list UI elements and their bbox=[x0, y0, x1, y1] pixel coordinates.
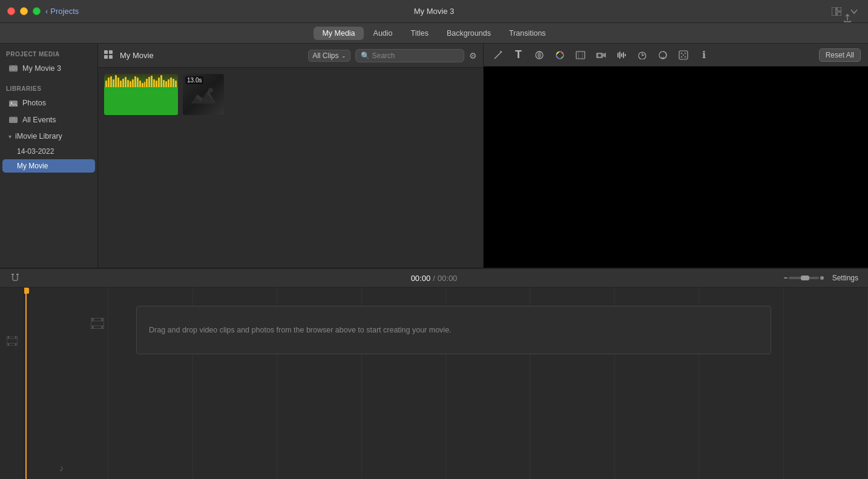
svg-rect-64 bbox=[92, 318, 94, 321]
section-libraries: LIBRARIES bbox=[0, 81, 97, 94]
zoom-thumb bbox=[801, 276, 809, 280]
clip-2[interactable]: 13.0s bbox=[183, 74, 224, 115]
svg-rect-65 bbox=[102, 318, 104, 321]
close-button[interactable] bbox=[7, 7, 15, 15]
clip-2-duration: 13.0s bbox=[185, 76, 203, 84]
music-note-icon: ♪ bbox=[59, 463, 64, 473]
titlebar-right-icons bbox=[832, 7, 858, 16]
clip-filter-label: All Clips bbox=[312, 51, 338, 60]
audio-tool-icon[interactable] bbox=[614, 48, 629, 62]
browser-header: My Movie All Clips ⌄ 🔍 ⚙ bbox=[98, 44, 483, 68]
tab-audio[interactable]: Audio bbox=[365, 27, 401, 40]
layout-toggle-icon[interactable] bbox=[832, 7, 841, 16]
info-icon[interactable]: ℹ bbox=[697, 48, 711, 62]
tab-transitions[interactable]: Transitions bbox=[501, 27, 554, 40]
svg-rect-11 bbox=[10, 116, 12, 118]
share-icon[interactable] bbox=[843, 14, 852, 24]
clip-1[interactable] bbox=[104, 74, 178, 115]
zoom-controls-area: Settings bbox=[784, 274, 861, 282]
minimize-button[interactable] bbox=[20, 7, 28, 15]
svg-rect-7 bbox=[15, 70, 16, 72]
svg-rect-58 bbox=[15, 336, 16, 339]
sidebar-imovie-library-header[interactable]: ▾ iMovie Library bbox=[2, 129, 95, 144]
sidebar-item-date[interactable]: 14-03-2022 bbox=[2, 145, 95, 158]
playhead[interactable] bbox=[25, 288, 27, 479]
clip-filter-dropdown[interactable]: All Clips ⌄ bbox=[308, 50, 350, 62]
camera-tool-icon[interactable] bbox=[594, 48, 608, 62]
svg-rect-6 bbox=[10, 70, 12, 72]
sidebar-all-events-label: All Events bbox=[22, 116, 56, 124]
drop-zone[interactable]: Drag and drop video clips and photos fro… bbox=[136, 306, 771, 354]
filmstrip-icon bbox=[91, 318, 104, 332]
timeline-left-rail bbox=[0, 288, 24, 479]
sidebar-item-my-movie-3[interactable]: My Movie 3 bbox=[2, 61, 95, 76]
time-separator: / bbox=[433, 274, 435, 283]
filter-chevron-icon: ⌄ bbox=[341, 53, 346, 59]
grid-toggle-icon[interactable] bbox=[104, 50, 113, 61]
svg-rect-0 bbox=[832, 7, 836, 16]
toolbar-row: T bbox=[484, 44, 869, 67]
back-button[interactable]: ‹ bbox=[45, 7, 48, 16]
reset-all-button[interactable]: Reset All bbox=[819, 48, 861, 62]
crop-tool-icon[interactable] bbox=[573, 48, 588, 62]
svg-rect-57 bbox=[8, 336, 9, 339]
svg-point-43 bbox=[680, 56, 682, 58]
svg-rect-35 bbox=[621, 53, 622, 57]
svg-rect-5 bbox=[15, 65, 16, 67]
svg-point-45 bbox=[683, 55, 684, 56]
noise-reduction-icon[interactable] bbox=[676, 48, 691, 62]
settings-button[interactable]: Settings bbox=[830, 274, 861, 282]
maximize-button[interactable] bbox=[33, 7, 41, 15]
tab-my-media[interactable]: My Media bbox=[314, 27, 363, 40]
browser-settings-icon[interactable]: ⚙ bbox=[469, 51, 477, 61]
film-icon bbox=[8, 64, 18, 73]
chevron-down-icon: ▾ bbox=[8, 133, 12, 140]
speed-tool-icon[interactable] bbox=[635, 48, 649, 62]
color-tool-icon[interactable] bbox=[553, 48, 567, 62]
time-display: 00:00 / 00:00 bbox=[411, 274, 458, 283]
timeline-body: Drag and drop video clips and photos fro… bbox=[0, 288, 868, 479]
svg-point-31 bbox=[598, 54, 601, 57]
tab-backgrounds[interactable]: Backgrounds bbox=[438, 27, 499, 40]
svg-rect-16 bbox=[109, 55, 113, 59]
sidebar-item-my-movie[interactable]: My Movie bbox=[2, 159, 95, 173]
zoom-in-icon bbox=[820, 276, 824, 280]
stabilization-icon[interactable] bbox=[656, 48, 670, 62]
svg-point-44 bbox=[684, 56, 686, 58]
search-box: 🔍 bbox=[355, 49, 464, 62]
filmstrip-rail-icon bbox=[7, 336, 18, 348]
magic-wand-icon[interactable] bbox=[491, 48, 505, 62]
svg-rect-2 bbox=[837, 12, 841, 16]
all-events-icon bbox=[8, 115, 18, 125]
magnet-icon[interactable] bbox=[7, 270, 23, 286]
photos-icon bbox=[8, 98, 18, 108]
svg-rect-4 bbox=[10, 65, 12, 67]
svg-point-19 bbox=[208, 88, 213, 93]
svg-rect-13 bbox=[104, 50, 108, 54]
projects-label[interactable]: Projects bbox=[50, 7, 79, 16]
tab-titles[interactable]: Titles bbox=[403, 27, 437, 40]
svg-rect-34 bbox=[619, 51, 620, 59]
text-tool-icon[interactable]: T bbox=[511, 48, 526, 62]
timeline-tracks[interactable]: Drag and drop video clips and photos fro… bbox=[24, 288, 868, 479]
total-time: 00:00 bbox=[438, 274, 458, 283]
zoom-slider[interactable] bbox=[784, 276, 824, 280]
sidebar-photos-label: Photos bbox=[22, 99, 46, 107]
titlebar: ‹ Projects My Movie 3 bbox=[0, 0, 868, 23]
sidebar-item-all-events[interactable]: All Events bbox=[2, 112, 95, 128]
svg-rect-59 bbox=[8, 343, 9, 346]
svg-point-24 bbox=[501, 51, 502, 53]
video-overlay-icon[interactable] bbox=[532, 48, 547, 62]
svg-rect-67 bbox=[102, 326, 104, 329]
sidebar-item-photos[interactable]: Photos bbox=[2, 95, 95, 111]
mountain-thumbnail bbox=[191, 85, 215, 104]
grid-col-10 bbox=[784, 288, 868, 479]
svg-rect-66 bbox=[92, 326, 94, 329]
search-input[interactable] bbox=[372, 51, 459, 60]
sidebar-imovie-library-label: iMovie Library bbox=[15, 132, 62, 140]
window-title: My Movie 3 bbox=[414, 7, 454, 16]
main-nav: My Media Audio Titles Backgrounds Transi… bbox=[0, 23, 868, 44]
svg-rect-12 bbox=[15, 116, 16, 118]
browser-title: My Movie bbox=[117, 51, 303, 60]
svg-rect-14 bbox=[109, 50, 113, 54]
